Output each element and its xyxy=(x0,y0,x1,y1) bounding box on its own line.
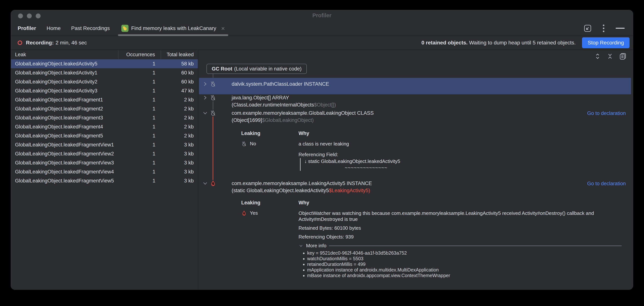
referencing-objects: Referencing Objects: 939 xyxy=(298,234,622,240)
leak-occurrences: 1 xyxy=(118,86,161,95)
leaking-section-class: Leaking Why No a class is never leaking … xyxy=(241,131,400,171)
tree-row-globalleakingobject-class[interactable]: com.example.memoryleaksample.GlobalLeaki… xyxy=(202,110,374,124)
no-leak-icon xyxy=(241,141,247,147)
leak-total: 47 kb xyxy=(161,86,198,95)
tree-row-object-array[interactable]: java.lang.Object[] ARRAY (ClassLoader.ru… xyxy=(202,94,336,108)
tab-find-memory-leaks[interactable]: Find memory leaks with LeakCanary × xyxy=(120,21,226,36)
leak-total: 2 kb xyxy=(161,104,198,113)
retained-objects-text: 0 retained objects. Waiting to dump heap… xyxy=(422,40,576,46)
minimize-icon[interactable] xyxy=(616,27,625,29)
collapse-all-icon[interactable] xyxy=(606,53,614,60)
leak-total: 3 kb xyxy=(161,167,198,176)
chevron-right-icon[interactable] xyxy=(202,95,208,101)
tree-row-leakingactivity5-instance[interactable]: com.example.memoryleaksample.LeakingActi… xyxy=(202,180,372,194)
leak-name: GlobalLeakingObject.leakedFragmentView5 xyxy=(11,176,118,185)
table-row[interactable]: GlobalLeakingObject.leakedFragmentView5 … xyxy=(11,176,198,185)
table-row[interactable]: GlobalLeakingObject.leakedActivity1 1 60… xyxy=(11,68,198,77)
why-header: Why xyxy=(298,200,622,206)
expand-all-icon[interactable] xyxy=(594,53,601,60)
more-info-item: mApplication instance of androidx.multid… xyxy=(307,267,622,273)
chevron-down-icon[interactable] xyxy=(202,180,208,186)
why-header: Why xyxy=(298,131,400,136)
leak-occurrences: 1 xyxy=(118,77,161,86)
leak-table: Leak Occurrences Total leaked GlobalLeak… xyxy=(11,50,198,290)
leak-name: GlobalLeakingObject.leakedActivity1 xyxy=(11,68,118,77)
leak-total: 60 kb xyxy=(161,68,198,77)
table-row[interactable]: GlobalLeakingObject.leakedFragment4 1 2 … xyxy=(11,122,198,131)
table-row[interactable]: GlobalLeakingObject.leakedFragmentView3 … xyxy=(11,158,198,167)
leak-total: 3 kb xyxy=(161,149,198,158)
recording-label: Recording: xyxy=(26,40,54,46)
table-row[interactable]: GlobalLeakingObject.leakedActivity2 1 60… xyxy=(11,77,198,86)
leakcanary-icon xyxy=(121,25,128,32)
tab-past-recordings[interactable]: Past Recordings xyxy=(71,25,110,31)
go-to-declaration-link[interactable]: Go to declaration xyxy=(587,110,626,116)
column-header-total-leaked[interactable]: Total leaked xyxy=(161,50,198,59)
leak-name: GlobalLeakingObject.leakedFragment2 xyxy=(11,104,118,113)
table-row[interactable]: GlobalLeakingObject.leakedFragment1 1 2 … xyxy=(11,95,198,104)
leak-name: GlobalLeakingObject.leakedFragmentView1 xyxy=(11,140,118,149)
more-info-item: key = 9521dec0-962f-4046-aa1f-b3d5b263a7… xyxy=(307,250,622,256)
tree-connector-leak xyxy=(213,117,213,180)
column-header-leak[interactable]: Leak xyxy=(11,50,118,59)
column-header-occurrences[interactable]: Occurrences xyxy=(118,50,161,59)
leak-occurrences: 1 xyxy=(118,158,161,167)
table-row[interactable]: GlobalLeakingObject.leakedFragmentView2 … xyxy=(11,149,198,158)
leak-total: 3 kb xyxy=(161,176,198,185)
profiler-window: Profiler Profiler Home Past Recordings F… xyxy=(11,10,633,290)
table-row[interactable]: GlobalLeakingObject.leakedFragmentView1 … xyxy=(11,140,198,149)
leak-total: 60 kb xyxy=(161,77,198,86)
tree-row-pathclassloader[interactable]: dalvik.system.PathClassLoader INSTANCE xyxy=(199,78,631,94)
tab-close-icon[interactable]: × xyxy=(221,25,225,31)
tab-bar: Profiler Home Past Recordings Find memor… xyxy=(11,21,633,36)
tab-label: Find memory leaks with LeakCanary xyxy=(131,25,216,31)
leak-total: 58 kb xyxy=(161,59,198,68)
go-to-declaration-link[interactable]: Go to declaration xyxy=(587,181,626,186)
recording-status-bar: Recording: 2 min, 46 sec 0 retained obje… xyxy=(11,36,633,50)
leak-occurrences: 1 xyxy=(118,59,161,68)
more-info-item: mBase instance of androidx.appcompat.vie… xyxy=(307,273,622,278)
leak-total: 2 kb xyxy=(161,122,198,131)
leak-total: 3 kb xyxy=(161,140,198,149)
tab-profiler[interactable]: Profiler xyxy=(18,25,36,31)
leak-occurrences: 1 xyxy=(118,113,161,122)
more-info-rule xyxy=(329,246,622,246)
more-info-toggle[interactable]: More info xyxy=(298,243,622,249)
tab-home[interactable]: Home xyxy=(46,25,61,31)
window-title: Profiler xyxy=(11,12,633,18)
recording-time: 2 min, 46 sec xyxy=(56,40,87,46)
table-row[interactable]: GlobalLeakingObject.leakedFragment2 1 2 … xyxy=(11,104,198,113)
leak-name: GlobalLeakingObject.leakedFragmentView3 xyxy=(11,158,118,167)
leak-name: GlobalLeakingObject.leakedActivity5 xyxy=(11,59,118,68)
chevron-down-icon[interactable] xyxy=(202,110,208,116)
leak-total: 3 kb xyxy=(161,158,198,167)
more-info-item: watchDurationMillis = 5503 xyxy=(307,256,622,261)
leak-table-header: Leak Occurrences Total leaked xyxy=(11,50,198,59)
leaking-value: No xyxy=(241,141,298,147)
leak-icon xyxy=(210,180,216,186)
table-row[interactable]: GlobalLeakingObject.leakedActivity5 1 58… xyxy=(11,59,198,68)
restore-down-icon[interactable] xyxy=(584,24,592,32)
leak-table-body: GlobalLeakingObject.leakedActivity5 1 58… xyxy=(11,59,198,185)
leak-name: GlobalLeakingObject.leakedFragment1 xyxy=(11,95,118,104)
leak-occurrences: 1 xyxy=(118,95,161,104)
copy-icon[interactable] xyxy=(619,52,626,60)
no-leak-icon xyxy=(210,81,216,87)
leak-name: GlobalLeakingObject.leakedFragment4 xyxy=(11,122,118,131)
leaking-header: Leaking xyxy=(241,131,298,136)
stop-recording-button[interactable]: Stop Recording xyxy=(582,37,630,48)
more-info-item: retainedDurationMillis = 499 xyxy=(307,261,622,267)
recording-indicator-icon xyxy=(18,40,22,45)
gc-root-badge: GC Root (Local variable in native code) xyxy=(206,64,307,74)
table-row[interactable]: GlobalLeakingObject.leakedFragment3 1 2 … xyxy=(11,113,198,122)
leak-total: 2 kb xyxy=(161,95,198,104)
chevron-down-icon[interactable] xyxy=(298,243,304,248)
table-row[interactable]: GlobalLeakingObject.leakedFragmentView4 … xyxy=(11,167,198,176)
leak-occurrences: 1 xyxy=(118,176,161,185)
table-row[interactable]: GlobalLeakingObject.leakedFragment5 1 2 … xyxy=(11,131,198,140)
table-row[interactable]: GlobalLeakingObject.leakedActivity3 1 47… xyxy=(11,86,198,95)
more-info-list: key = 9521dec0-962f-4046-aa1f-b3d5b263a7… xyxy=(307,250,622,278)
kebab-menu-icon[interactable] xyxy=(602,24,605,33)
retained-bytes: Retained Bytes: 60100 bytes xyxy=(298,225,622,231)
chevron-right-icon[interactable] xyxy=(202,81,208,87)
